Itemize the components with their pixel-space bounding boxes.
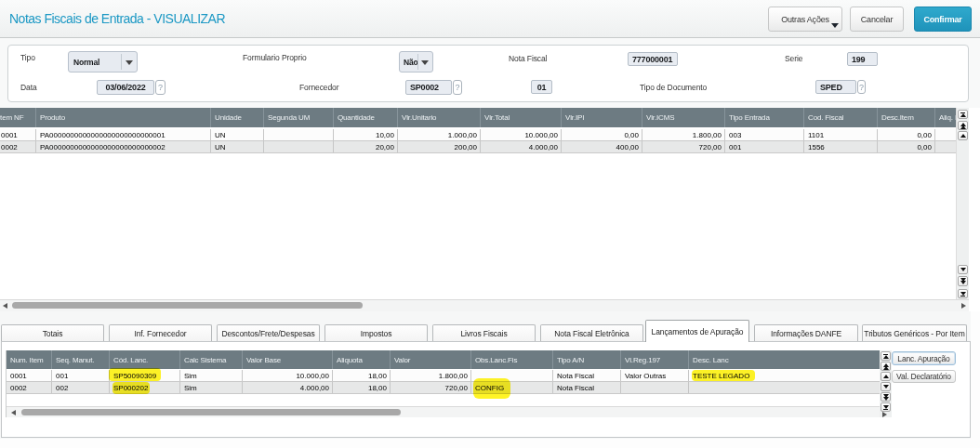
grid-lanc-hscroll <box>7 406 880 417</box>
cmb-formulario[interactable]: Não <box>399 51 433 72</box>
lbl-nota-fiscal: Nota Fiscal <box>509 54 547 63</box>
btn-lanc-apuracao[interactable]: Lanc. Apuração <box>892 351 956 365</box>
lbl-tipo: Tipo <box>20 53 35 62</box>
hl-3 <box>473 378 510 399</box>
q-tipo-doc[interactable]: ? <box>857 80 866 94</box>
inp-especie[interactable]: 01 <box>531 80 552 94</box>
inp-tipo-doc[interactable]: SPED <box>815 80 856 94</box>
below-panel <box>0 439 980 448</box>
cmb-tipo[interactable]: Normal <box>68 51 138 72</box>
q-data[interactable]: ? <box>155 80 166 95</box>
btn-confirmar[interactable]: Confirmar <box>914 7 972 32</box>
lbl-serie: Serie <box>785 54 802 63</box>
grid-lanc-header: Num. Item Seq. Manut. Cód. Lanc. Calc Si… <box>7 350 880 369</box>
tab-lancamentos[interactable]: Lançamentos de Apuração <box>645 320 749 342</box>
tab-danfe[interactable]: Informações DANFE <box>754 324 858 342</box>
tab-tributos[interactable]: Tributos Genéricos - Por Item <box>862 324 967 342</box>
tab-inf-fornecedor[interactable]: Inf. Fornecedor <box>109 324 212 342</box>
tab-nfe[interactable]: Nota Fiscal Eletrônica <box>540 324 643 342</box>
inp-nota-fiscal[interactable]: 777000001 <box>628 52 678 66</box>
tab-totais[interactable]: Totais <box>1 324 104 342</box>
lbl-fornecedor: Fornecedor <box>299 83 338 92</box>
inp-data[interactable]: 03/06/2022 <box>97 80 154 95</box>
hl-4 <box>692 370 755 381</box>
lbl-tipo-doc: Tipo de Documento <box>640 83 707 92</box>
grid-itens-row2: 0002 PA0000000000000000000000000002 UN 2… <box>0 141 956 153</box>
grid-itens-header: Item NF Produto Unidade Segunda UM Quant… <box>0 108 956 127</box>
tab-descontos[interactable]: Descontos/Frete/Despesas <box>217 324 320 342</box>
q-fornecedor[interactable]: ? <box>453 80 462 95</box>
hl-2 <box>113 382 150 394</box>
lbl-formulario: Formulario Proprio <box>243 53 307 62</box>
lbl-data: Data <box>20 83 37 92</box>
btn-val-declaratorio[interactable]: Val. Declaratório <box>892 370 956 383</box>
inp-serie[interactable]: 199 <box>847 52 878 66</box>
notas-fiscais-entrada: Notas Fiscais de Entrada - VISUALIZAR Ou… <box>0 0 980 448</box>
hl-1 <box>109 368 161 381</box>
tab-livros[interactable]: Livros Fiscais <box>432 324 536 342</box>
btn-cancelar[interactable]: Cancelar <box>850 7 904 32</box>
grid-itens: Item NF Produto Unidade Segunda UM Quant… <box>0 108 956 299</box>
tab-impostos[interactable]: Impostos <box>324 324 428 342</box>
grid-itens-row1: 0001 PA0000000000000000000000000001 UN 1… <box>0 129 956 141</box>
btn-outras-acoes[interactable]: Outras Ações <box>768 7 842 32</box>
inp-fornecedor[interactable]: SP0002 <box>405 80 452 95</box>
title: Notas Fiscais de Entrada - VISUALIZAR <box>9 14 225 24</box>
